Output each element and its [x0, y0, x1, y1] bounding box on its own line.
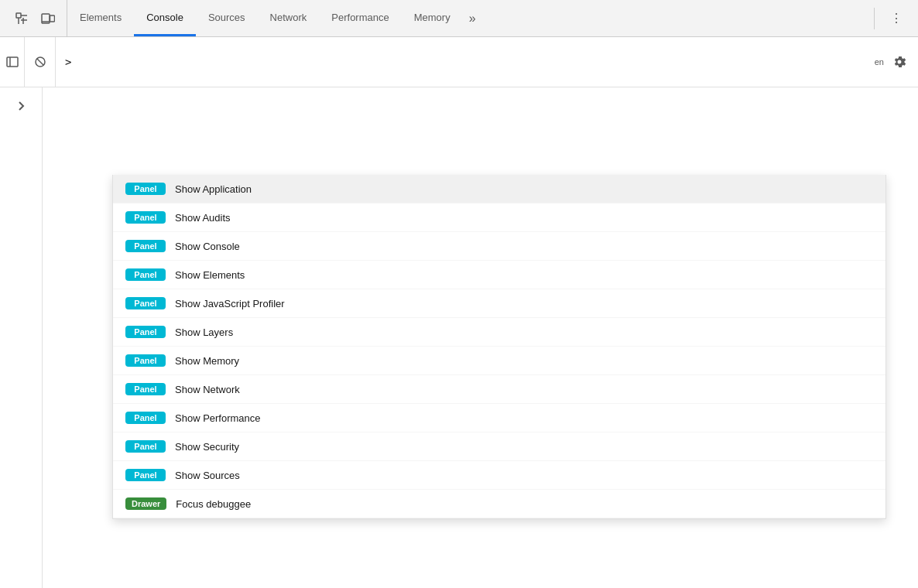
autocomplete-item-show-memory[interactable]: PanelShow Memory: [113, 347, 885, 375]
badge-drawer: Drawer: [125, 497, 166, 510]
tab-performance[interactable]: Performance: [319, 0, 401, 36]
autocomplete-label: Show Elements: [175, 269, 245, 281]
badge-panel: Panel: [125, 440, 166, 453]
autocomplete-label: Show Audits: [175, 212, 231, 224]
autocomplete-item-show-application[interactable]: PanelShow Application: [113, 175, 885, 203]
svg-rect-8: [7, 57, 18, 67]
more-tabs-button[interactable]: »: [463, 0, 482, 36]
tabs-container: Elements Console Sources Network Perform…: [67, 0, 871, 36]
toolbar-right-icons: ⋮: [878, 6, 915, 31]
tab-memory[interactable]: Memory: [402, 0, 463, 36]
autocomplete-item-show-console[interactable]: PanelShow Console: [113, 232, 885, 261]
autocomplete-label: Show Performance: [175, 412, 261, 424]
autocomplete-label: Show Console: [175, 241, 240, 252]
main-area: PanelShow ApplicationPanelShow AuditsPan…: [0, 87, 918, 588]
badge-panel: Panel: [125, 211, 166, 224]
badge-panel: Panel: [125, 412, 166, 424]
toolbar-separator: [874, 8, 875, 29]
console-label: en: [875, 57, 884, 67]
autocomplete-label: Show Sources: [175, 470, 240, 481]
console-right-icons: en: [868, 37, 918, 87]
autocomplete-item-show-js-profiler[interactable]: PanelShow JavaScript Profiler: [113, 289, 885, 318]
badge-panel: Panel: [125, 383, 166, 395]
autocomplete-label: Show Network: [175, 384, 240, 395]
console-input-row: >: [56, 37, 868, 87]
devtools-toolbar: Elements Console Sources Network Perform…: [0, 0, 918, 37]
three-dots-menu-button[interactable]: ⋮: [884, 6, 909, 31]
badge-panel: Panel: [125, 297, 166, 309]
autocomplete-dropdown: PanelShow ApplicationPanelShow AuditsPan…: [112, 175, 886, 519]
autocomplete-item-show-performance[interactable]: PanelShow Performance: [113, 404, 885, 432]
tab-network[interactable]: Network: [258, 0, 320, 36]
autocomplete-item-show-sources[interactable]: PanelShow Sources: [113, 461, 885, 490]
tab-console[interactable]: Console: [134, 0, 196, 36]
expand-sidebar-button[interactable]: [12, 97, 30, 115]
console-input[interactable]: [77, 56, 858, 68]
svg-rect-6: [50, 15, 55, 22]
console-prompt: >: [65, 56, 71, 68]
device-toggle-button[interactable]: [36, 6, 60, 31]
left-sidebar: [0, 87, 43, 588]
autocomplete-label: Show Memory: [175, 355, 239, 367]
tab-elements[interactable]: Elements: [67, 0, 134, 36]
autocomplete-item-show-network[interactable]: PanelShow Network: [113, 375, 885, 404]
toolbar-left-icons: [3, 0, 67, 36]
autocomplete-label: Focus debuggee: [176, 498, 251, 510]
svg-rect-0: [16, 13, 21, 18]
badge-panel: Panel: [125, 469, 166, 481]
autocomplete-item-focus-debuggee[interactable]: DrawerFocus debuggee: [113, 490, 885, 518]
autocomplete-label: Show Application: [175, 183, 252, 195]
autocomplete-label: Show Security: [175, 441, 239, 453]
autocomplete-item-show-layers[interactable]: PanelShow Layers: [113, 318, 885, 347]
badge-panel: Panel: [125, 268, 166, 281]
console-area: > en: [0, 37, 918, 87]
tab-sources[interactable]: Sources: [196, 0, 258, 36]
badge-panel: Panel: [125, 354, 166, 367]
badge-panel: Panel: [125, 183, 166, 195]
content-area: PanelShow ApplicationPanelShow AuditsPan…: [43, 87, 918, 588]
console-filter-button[interactable]: [25, 37, 56, 87]
autocomplete-item-show-elements[interactable]: PanelShow Elements: [113, 261, 885, 289]
svg-line-11: [37, 59, 43, 65]
autocomplete-item-show-security[interactable]: PanelShow Security: [113, 432, 885, 461]
badge-panel: Panel: [125, 326, 166, 338]
console-sidebar-toggle-button[interactable]: [0, 37, 25, 87]
console-settings-button[interactable]: [887, 50, 912, 74]
autocomplete-label: Show JavaScript Profiler: [175, 298, 285, 309]
badge-panel: Panel: [125, 240, 166, 252]
autocomplete-item-show-audits[interactable]: PanelShow Audits: [113, 203, 885, 232]
autocomplete-label: Show Layers: [175, 326, 233, 338]
inspect-element-button[interactable]: [9, 6, 34, 31]
